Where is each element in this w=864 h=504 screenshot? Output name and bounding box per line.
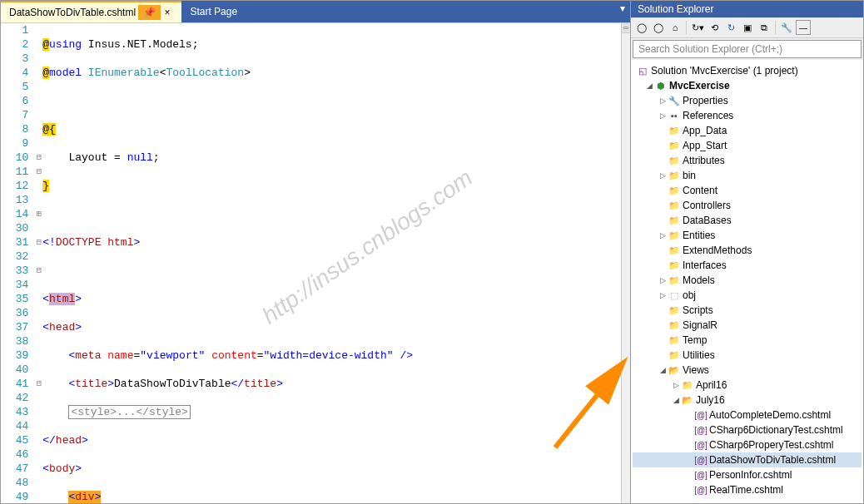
file-item[interactable]: [@]CSharp6DictionaryTest.cshtml bbox=[633, 422, 862, 437]
solution-node[interactable]: ◱Solution 'MvcExercise' (1 project) bbox=[633, 63, 862, 78]
sync-icon[interactable]: ↻▾ bbox=[690, 20, 705, 35]
folder-open-icon: 📂 bbox=[668, 363, 681, 377]
folder-icon: 📁 bbox=[668, 214, 681, 227]
tree-item[interactable]: 📁Utilities bbox=[633, 348, 862, 363]
preview-icon[interactable]: — bbox=[796, 20, 811, 35]
home-icon[interactable]: ⌂ bbox=[668, 20, 683, 35]
folder-icon: 📁 bbox=[668, 348, 681, 362]
cshtml-icon: [@] bbox=[694, 468, 708, 482]
folder-icon: 📁 bbox=[668, 124, 681, 137]
code-view[interactable]: @using Insus.NET.Models; @model IEnumera… bbox=[42, 23, 621, 503]
folder-icon: 📁 bbox=[668, 199, 681, 212]
close-icon[interactable]: × bbox=[161, 7, 173, 18]
file-item[interactable]: [@]PersonInfor.cshtml bbox=[633, 467, 862, 482]
folder-icon: 📁 bbox=[668, 139, 681, 152]
folder-icon: 📁 bbox=[668, 334, 681, 347]
folder-icon: 📁 bbox=[668, 229, 681, 242]
line-gutter: 1234567891011121314303132333435363738394… bbox=[1, 23, 35, 503]
vertical-scrollbar[interactable]: ▭ bbox=[621, 23, 630, 503]
file-item[interactable]: [@]AutoCompleteDemo.cshtml bbox=[633, 408, 862, 422]
tree-item[interactable]: ◢📂Views bbox=[633, 363, 862, 378]
tab-label: DataShowToDivTable.cshtml bbox=[9, 7, 136, 18]
editor-area: DataShowToDivTable.cshtml 📌 × Start Page… bbox=[1, 1, 630, 503]
folder-icon: 📁 bbox=[668, 259, 681, 272]
ghost-folder-icon: ⬚ bbox=[668, 289, 681, 302]
split-handle-icon[interactable]: ▭ bbox=[622, 23, 630, 33]
folder-icon: 📁 bbox=[668, 274, 681, 287]
tree-item[interactable]: 📁Temp bbox=[633, 333, 862, 348]
folder-icon: 📁 bbox=[668, 169, 681, 182]
folder-icon: 📁 bbox=[668, 184, 681, 197]
tree-item[interactable]: ▷📁Models bbox=[633, 273, 862, 288]
search-input[interactable]: Search Solution Explorer (Ctrl+;) bbox=[633, 40, 862, 58]
folder-icon: 📁 bbox=[668, 244, 681, 257]
folder-icon: 📁 bbox=[668, 304, 681, 317]
folder-open-icon: 📂 bbox=[681, 393, 694, 407]
fold-column[interactable]: ⊟⊟⊞⊟⊟⊟ bbox=[35, 23, 42, 503]
solution-icon: ◱ bbox=[636, 64, 649, 77]
tree-item[interactable]: ▷📁April16 bbox=[633, 378, 862, 393]
tree-item[interactable]: 📁SignalR bbox=[633, 318, 862, 333]
tree-item[interactable]: 📁Scripts bbox=[633, 303, 862, 318]
pending-icon[interactable]: ⟲ bbox=[707, 20, 722, 35]
cshtml-icon: [@] bbox=[694, 423, 708, 437]
tree-item[interactable]: ▷▪▪References bbox=[633, 108, 862, 123]
folder-icon: 📁 bbox=[681, 378, 694, 392]
tab-startpage[interactable]: Start Page bbox=[181, 1, 246, 22]
tree-item[interactable]: ▷🔧Properties bbox=[633, 93, 862, 108]
show-all-icon[interactable]: ⧉ bbox=[757, 20, 772, 35]
back-icon[interactable]: ◯ bbox=[634, 20, 649, 35]
folder-icon: 📁 bbox=[668, 154, 681, 167]
tab-bar: DataShowToDivTable.cshtml 📌 × Start Page… bbox=[1, 1, 630, 23]
refresh-icon[interactable]: ↻ bbox=[723, 20, 738, 35]
tree-item[interactable]: 📁Interfaces bbox=[633, 258, 862, 273]
panel-toolbar: ◯ ◯ ⌂ ↻▾ ⟲ ↻ ▣ ⧉ 🔧 — bbox=[631, 17, 863, 38]
collapse-icon[interactable]: ▣ bbox=[740, 20, 755, 35]
file-item[interactable]: [@]RealTime.cshtml bbox=[633, 482, 862, 497]
solution-explorer: Solution Explorer ◯ ◯ ⌂ ↻▾ ⟲ ↻ ▣ ⧉ 🔧 — S… bbox=[630, 1, 863, 503]
tree-item[interactable]: 📁App_Data bbox=[633, 123, 862, 138]
cshtml-icon: [@] bbox=[694, 438, 708, 452]
project-node[interactable]: ◢⬢MvcExercise bbox=[633, 78, 862, 93]
tree-item[interactable]: 📁App_Start bbox=[633, 138, 862, 153]
properties-icon[interactable]: 🔧 bbox=[779, 20, 794, 35]
tree-item[interactable]: ▷⬚obj bbox=[633, 288, 862, 303]
project-icon: ⬢ bbox=[654, 79, 668, 92]
tree-item[interactable]: 📁DataBases bbox=[633, 213, 862, 228]
forward-icon[interactable]: ◯ bbox=[651, 20, 666, 35]
references-icon: ▪▪ bbox=[668, 109, 681, 122]
panel-title: Solution Explorer bbox=[631, 1, 863, 17]
wrench-icon: 🔧 bbox=[668, 94, 681, 107]
tree-item[interactable]: ▷📁bin bbox=[633, 168, 862, 183]
tab-dropdown[interactable]: ▾ bbox=[615, 1, 630, 22]
tree-item[interactable]: 📁Attributes bbox=[633, 153, 862, 168]
pin-icon[interactable]: 📌 bbox=[138, 5, 161, 20]
tree-item[interactable]: 📁Content bbox=[633, 183, 862, 198]
cshtml-icon: [@] bbox=[694, 408, 708, 422]
tree-item[interactable]: ◢📂July16 bbox=[633, 393, 862, 408]
folder-icon: 📁 bbox=[668, 319, 681, 332]
tab-active[interactable]: DataShowToDivTable.cshtml 📌 × bbox=[1, 1, 181, 22]
cshtml-icon: [@] bbox=[694, 453, 708, 467]
solution-tree[interactable]: ◱Solution 'MvcExercise' (1 project) ◢⬢Mv… bbox=[631, 60, 863, 503]
tree-item[interactable]: 📁ExtendMethods bbox=[633, 243, 862, 258]
file-item[interactable]: [@]CSharp6ProperyTest.cshtml bbox=[633, 437, 862, 452]
tree-item[interactable]: ▷📁Entities bbox=[633, 228, 862, 243]
tree-item[interactable]: 📁Controllers bbox=[633, 198, 862, 213]
file-item-selected[interactable]: [@]DataShowToDivTable.cshtml bbox=[633, 452, 862, 467]
cshtml-icon: [@] bbox=[694, 483, 708, 497]
